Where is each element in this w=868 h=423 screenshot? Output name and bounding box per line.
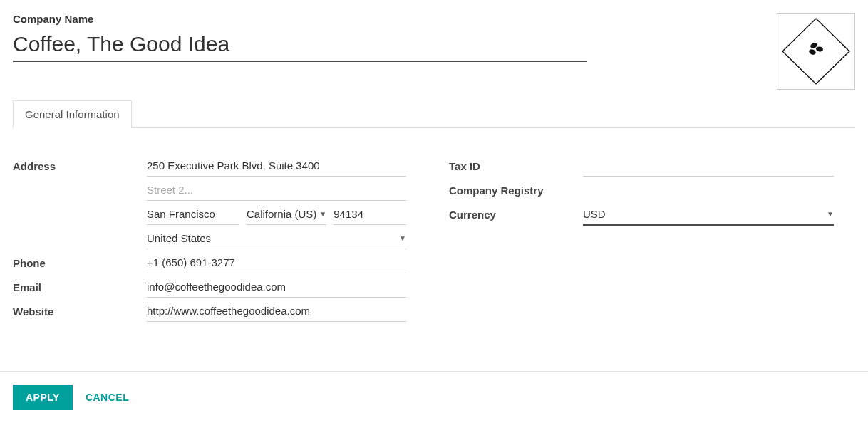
chevron-down-icon: ▼ bbox=[319, 210, 326, 218]
country-select[interactable]: United States ▼ bbox=[147, 228, 406, 249]
company-name-label: Company Name bbox=[13, 13, 587, 25]
tax-id-input[interactable] bbox=[583, 155, 834, 177]
company-registry-input[interactable] bbox=[583, 180, 834, 201]
svg-marker-0 bbox=[782, 19, 849, 84]
street-input[interactable] bbox=[147, 155, 406, 177]
phone-input[interactable] bbox=[147, 252, 406, 273]
state-select[interactable]: California (US) ▼ bbox=[247, 204, 326, 225]
currency-select[interactable]: USD ▼ bbox=[583, 204, 834, 226]
tab-general-information[interactable]: General Information bbox=[13, 100, 132, 128]
company-logo[interactable] bbox=[777, 13, 855, 90]
email-input[interactable] bbox=[147, 276, 406, 298]
coffee-beans-diamond-icon bbox=[778, 14, 854, 88]
tabs: General Information bbox=[13, 100, 855, 128]
chevron-down-icon: ▼ bbox=[827, 210, 834, 218]
zip-input[interactable] bbox=[334, 204, 406, 225]
company-name-input[interactable] bbox=[13, 28, 587, 62]
website-input[interactable] bbox=[147, 301, 406, 322]
city-input[interactable] bbox=[147, 204, 239, 225]
address-label: Address bbox=[13, 160, 147, 172]
country-value: United States bbox=[147, 232, 396, 244]
chevron-down-icon: ▼ bbox=[399, 234, 406, 242]
street2-input[interactable] bbox=[147, 179, 406, 201]
cancel-button[interactable]: CANCEL bbox=[86, 392, 129, 403]
state-value: California (US) bbox=[247, 208, 316, 220]
company-registry-label: Company Registry bbox=[449, 184, 583, 197]
email-label: Email bbox=[13, 281, 147, 293]
currency-value: USD bbox=[583, 208, 824, 220]
apply-button[interactable]: APPLY bbox=[13, 385, 73, 410]
tax-id-label: Tax ID bbox=[449, 160, 583, 172]
website-label: Website bbox=[13, 306, 147, 318]
currency-label: Currency bbox=[449, 209, 583, 221]
phone-label: Phone bbox=[13, 257, 147, 269]
